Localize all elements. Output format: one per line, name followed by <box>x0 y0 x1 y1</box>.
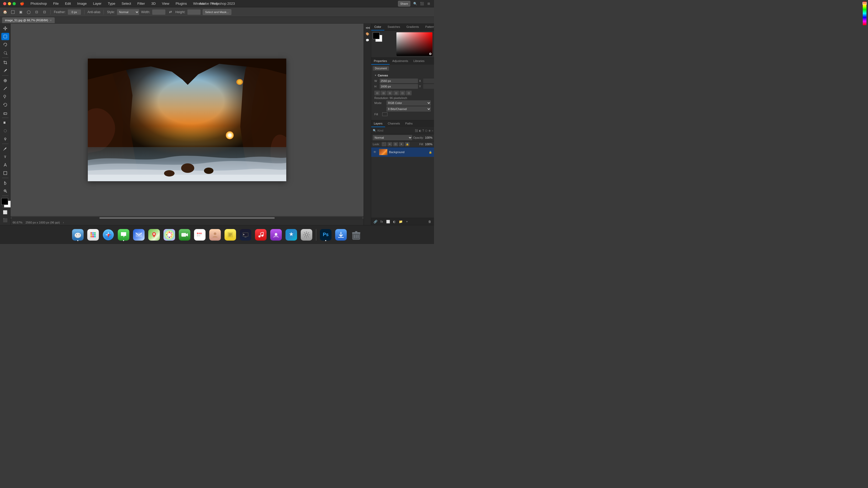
dock-tv[interactable] <box>239 228 252 241</box>
canvas-image[interactable] <box>88 59 286 181</box>
align-right[interactable]: ⊟ <box>387 91 393 95</box>
hand-tool[interactable] <box>1 179 9 187</box>
feather-input[interactable] <box>68 9 81 15</box>
tab-channels[interactable]: Channels <box>385 120 402 127</box>
filter-smart-icon[interactable]: ⊕ <box>429 129 431 132</box>
btn-document[interactable]: Document <box>373 66 389 71</box>
layer-visibility-eye[interactable]: 👁 <box>373 150 377 154</box>
dock-reminders[interactable] <box>193 228 207 241</box>
menu-photoshop[interactable]: Photoshop <box>29 1 48 6</box>
tab-color[interactable]: Color <box>371 24 384 30</box>
move-tool[interactable] <box>1 25 9 32</box>
tab-swatches[interactable]: Swatches <box>384 24 403 30</box>
screen-icon[interactable]: ⬛ <box>420 2 424 6</box>
dock-mail[interactable] <box>132 228 146 241</box>
dock-maps[interactable] <box>147 228 161 241</box>
panel-icon-2[interactable]: 💬 <box>365 37 370 43</box>
new-group-btn[interactable]: 📁 <box>398 219 403 224</box>
style-select[interactable]: Normal Fixed Ratio Fixed Size <box>117 9 139 15</box>
lock-all-btn[interactable]: 🔒 <box>405 142 409 146</box>
dock-safari[interactable] <box>101 228 115 241</box>
new-layer-btn[interactable]: + <box>404 219 409 224</box>
dock-photoshop[interactable]: Ps <box>319 228 333 241</box>
fill-preview[interactable] <box>382 112 388 116</box>
history-tool[interactable] <box>1 101 9 109</box>
swap-dims-button[interactable]: ⇄ <box>167 9 173 15</box>
filter-adjust-icon[interactable]: ◐ <box>419 129 422 132</box>
brush-tool[interactable] <box>1 85 9 93</box>
dock-sysprefs[interactable] <box>300 228 313 241</box>
mode-select[interactable]: RGB Color CMYK Grayscale <box>386 100 431 106</box>
width-dim-input[interactable] <box>380 78 418 83</box>
filter-pixel-icon[interactable]: ⬛ <box>415 129 418 132</box>
align-left[interactable]: ⊟ <box>374 91 380 95</box>
blend-mode-select[interactable]: Normal Multiply Screen Overlay <box>373 135 412 140</box>
menu-select[interactable]: Select <box>120 1 132 6</box>
stamp-tool[interactable] <box>1 93 9 101</box>
text-tool[interactable]: T <box>1 153 9 161</box>
opacity-value[interactable]: 100% <box>425 136 432 139</box>
menu-image[interactable]: Image <box>76 1 88 6</box>
align-bottom[interactable]: ⊡ <box>406 91 412 95</box>
dock-launchpad[interactable] <box>86 228 100 241</box>
quick-select-tool[interactable] <box>1 49 9 57</box>
tab-patterns[interactable]: Patterns <box>422 24 434 30</box>
marquee-tool-left[interactable] <box>1 33 9 40</box>
dock-appstore[interactable] <box>284 228 298 241</box>
dock-music[interactable] <box>254 228 268 241</box>
lock-position-btn[interactable]: ✏ <box>388 142 392 146</box>
dodge-tool[interactable] <box>1 135 9 142</box>
marquee-tool[interactable] <box>10 9 16 15</box>
options-btn[interactable]: ⊡ <box>34 9 39 15</box>
lasso-tool[interactable] <box>1 41 9 48</box>
color-spectrum[interactable] <box>396 32 432 56</box>
menu-filter[interactable]: Filter <box>136 1 146 6</box>
link-layers-btn[interactable]: 🔗 <box>373 219 378 224</box>
x-input[interactable] <box>423 78 434 83</box>
tab-close-button[interactable]: ✕ <box>50 19 52 22</box>
crop-tool[interactable] <box>1 59 9 66</box>
menu-3d[interactable]: 3D <box>150 1 157 6</box>
tab-layers[interactable]: Layers <box>371 120 385 127</box>
home-button[interactable]: 🏠 <box>2 9 8 15</box>
horizontal-scrollbar[interactable] <box>10 216 364 219</box>
quick-mask-btn[interactable]: ⬜ <box>1 208 9 216</box>
more-info-btn[interactable]: › <box>63 221 64 224</box>
add-style-btn[interactable]: fx <box>379 219 384 224</box>
bits-select[interactable]: 8 Bits/Channel 16 Bits/Channel 32 Bits/C… <box>386 106 431 111</box>
lock-move-btn[interactable]: ✦ <box>399 142 404 146</box>
shape-tool[interactable] <box>1 169 9 177</box>
lock-pixels-btn[interactable]: ⬛ <box>382 142 386 146</box>
select-mask-button[interactable]: Select and Mask... <box>203 9 231 15</box>
gradient-tool[interactable] <box>1 119 9 127</box>
dock-facetime[interactable] <box>178 228 191 241</box>
other-btn[interactable]: ⊡ <box>41 9 47 15</box>
align-center[interactable]: ⊟ <box>381 91 386 95</box>
layer-background[interactable]: 👁 Background 🔒 <box>371 148 434 157</box>
new-fill-btn[interactable]: ◐ <box>392 219 397 224</box>
maximize-button[interactable] <box>12 2 16 5</box>
canvas-section-header[interactable]: ▼ Canvas <box>374 74 431 77</box>
layers-search-input[interactable] <box>377 128 414 133</box>
filter-type-icon[interactable]: T <box>423 129 424 132</box>
lock-artboard-btn[interactable]: ⊡ <box>393 142 398 146</box>
y-input[interactable] <box>423 84 434 89</box>
menu-edit[interactable]: Edit <box>64 1 72 6</box>
filter-shape-icon[interactable]: ⬡ <box>425 129 427 132</box>
ellipse-select[interactable]: ◯ <box>26 9 32 15</box>
workspace-icon[interactable]: ⊞ <box>427 2 431 6</box>
close-button[interactable] <box>3 2 6 5</box>
menu-layer[interactable]: Layer <box>92 1 103 6</box>
menu-file[interactable]: File <box>52 1 60 6</box>
dock-photos[interactable] <box>162 228 176 241</box>
fill-lock-value[interactable]: 100% <box>425 142 432 146</box>
eraser-tool[interactable] <box>1 109 9 117</box>
tab-paths[interactable]: Paths <box>403 120 415 127</box>
delete-layer-btn[interactable]: 🗑 <box>427 219 432 224</box>
menu-view[interactable]: View <box>161 1 170 6</box>
eyedropper-tool[interactable] <box>1 67 9 74</box>
zoom-tool[interactable] <box>1 187 9 195</box>
fg-color-swatch[interactable] <box>373 32 380 39</box>
fg-bg-swatch-area[interactable] <box>373 32 382 42</box>
menu-type[interactable]: Type <box>107 1 116 6</box>
